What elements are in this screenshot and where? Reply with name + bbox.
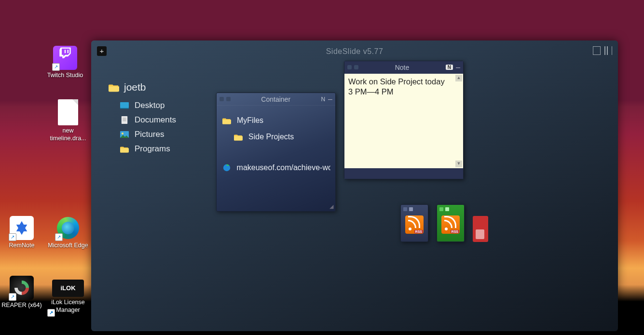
- desktop-icon-label: RemNote: [1, 242, 42, 250]
- widget-header-dots[interactable]: [219, 97, 231, 101]
- rss-widget-minimized[interactable]: RSS: [400, 204, 428, 242]
- tree-label: Programs: [135, 144, 170, 154]
- tree-item-documents[interactable]: Documents: [119, 113, 176, 127]
- widget-header-dots[interactable]: [401, 205, 428, 214]
- note-widget[interactable]: Note N – Work on Side Project today 3 PM…: [344, 61, 464, 179]
- tree-item-programs[interactable]: Programs: [119, 142, 176, 156]
- remnote-icon: ↗: [10, 216, 34, 240]
- item-label: Side Projects: [248, 133, 294, 141]
- container-widget[interactable]: Container N – MyFiles Side Projects make…: [216, 93, 336, 212]
- folder-icon: [109, 82, 119, 92]
- folder-icon: [119, 144, 130, 154]
- svg-rect-2: [122, 116, 127, 124]
- scroll-up-button[interactable]: ▲: [455, 75, 462, 81]
- widget-title: Container: [231, 95, 321, 103]
- window-title: SideSlide v5.77: [91, 47, 618, 56]
- note-footer: [344, 168, 463, 179]
- shortcut-badge-icon: ↗: [47, 309, 55, 317]
- shortcut-badge-icon: ↗: [52, 63, 60, 71]
- container-item-sideprojects[interactable]: Side Projects: [233, 129, 330, 145]
- desktop-icon-remnote[interactable]: ↗ RemNote: [1, 216, 42, 250]
- edge-icon: ↗: [56, 216, 80, 240]
- svg-point-7: [122, 133, 123, 134]
- document-icon: [119, 115, 130, 125]
- widget-n-badge[interactable]: N: [446, 65, 453, 70]
- rss-widget-minimized[interactable]: RSS: [437, 204, 465, 242]
- folder-icon: [221, 116, 232, 125]
- file-icon: [58, 99, 78, 125]
- note-line: Work on Side Project today: [348, 77, 459, 87]
- tree-item-pictures[interactable]: Pictures: [119, 127, 176, 142]
- svg-rect-1: [120, 108, 129, 109]
- note-mini-icon: [476, 229, 484, 239]
- desktop-icon-file[interactable]: new timeline.dra...: [47, 99, 89, 142]
- note-widget-minimized[interactable]: [473, 216, 488, 242]
- desktop-icon-label: new timeline.dra...: [47, 127, 89, 142]
- desktop-icon-ilok[interactable]: iLOK ↗ iLok License Manager: [47, 276, 89, 314]
- widget-header-dots[interactable]: [347, 65, 358, 69]
- desktop-icon-label: REAPER (x64): [1, 302, 42, 309]
- item-label: MyFiles: [237, 116, 263, 125]
- rss-icon: RSS: [405, 215, 424, 234]
- pictures-icon: [119, 130, 130, 139]
- widget-minimize-button[interactable]: –: [328, 95, 332, 104]
- tree-root[interactable]: joetb: [109, 79, 176, 95]
- sideslide-window: + SideSlide v5.77 joetb Desktop Document…: [91, 40, 618, 331]
- reaper-icon: ↗: [10, 276, 34, 300]
- item-label: makeuseof.com/achieve-wo: [237, 163, 330, 172]
- twitch-icon: ↗: [53, 46, 77, 70]
- svg-rect-4: [123, 119, 126, 120]
- folder-icon: [233, 132, 244, 142]
- container-item-link[interactable]: makeuseof.com/achieve-wo: [221, 160, 330, 176]
- widget-header-dots[interactable]: [437, 205, 464, 214]
- tree-label: joetb: [124, 81, 146, 93]
- widget-minimize-button[interactable]: –: [456, 63, 460, 72]
- folder-tree: joetb Desktop Documents Pictures Program…: [109, 79, 176, 156]
- ilok-icon: iLOK ↗: [52, 280, 84, 297]
- desktop-icon-label: Microsoft Edge: [47, 242, 89, 250]
- container-item-myfiles[interactable]: MyFiles: [221, 112, 330, 129]
- svg-rect-3: [123, 118, 126, 119]
- desktop-icon-edge[interactable]: ↗ Microsoft Edge: [47, 216, 89, 250]
- scroll-down-button[interactable]: ▼: [455, 161, 462, 167]
- widget-n-badge[interactable]: N: [321, 96, 325, 103]
- svg-rect-5: [123, 121, 126, 121]
- svg-rect-0: [120, 102, 129, 108]
- shortcut-badge-icon: ↗: [55, 233, 63, 241]
- container-body: MyFiles Side Projects makeuseof.com/achi…: [217, 106, 335, 183]
- shortcut-badge-icon: ↗: [9, 293, 16, 301]
- edge-icon: [221, 163, 232, 173]
- desktop-icon-twitch[interactable]: ↗ Twitch Studio: [44, 40, 86, 80]
- tree-label: Documents: [135, 115, 176, 125]
- shortcut-badge-icon: ↗: [9, 233, 16, 241]
- rss-icon: RSS: [441, 215, 460, 234]
- tree-label: Desktop: [135, 101, 164, 110]
- tree-label: Pictures: [135, 130, 164, 139]
- resize-handle[interactable]: ◢: [329, 203, 333, 210]
- note-textarea[interactable]: Work on Side Project today 3 PM—4 PM ▲ ▼: [344, 74, 463, 168]
- desktop-icon-reaper[interactable]: ↗ REAPER (x64): [1, 276, 42, 309]
- desktop-icon: [119, 101, 130, 110]
- desktop-icon-label: Twitch Studio: [44, 72, 86, 80]
- pause-button[interactable]: [604, 46, 612, 55]
- widget-title: Note: [358, 64, 446, 71]
- widget-header[interactable]: Note N –: [344, 61, 463, 74]
- note-line: 3 PM—4 PM: [348, 87, 459, 97]
- tree-item-desktop[interactable]: Desktop: [119, 98, 176, 113]
- layout-toggle-button[interactable]: [593, 46, 601, 55]
- widget-header[interactable]: Container N –: [217, 93, 335, 106]
